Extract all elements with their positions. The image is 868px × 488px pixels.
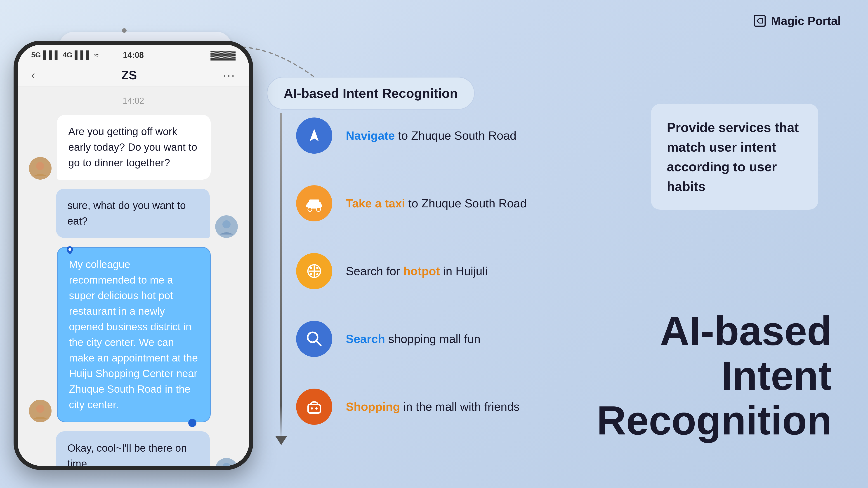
svg-point-19 [311, 408, 313, 410]
phone-frame: 5G ▌▌▌ 4G ▌▌▌ ≈ 14:08 ▓▓▓▓ ‹ ZS ··· 14:0… [13, 41, 253, 470]
svg-rect-4 [309, 199, 319, 203]
svg-line-17 [316, 341, 321, 346]
bubble-outgoing-2: Okay, cool~I'll be there on time. [56, 431, 210, 466]
svg-point-25 [222, 463, 230, 466]
phone-mockup: 5G ▌▌▌ 4G ▌▌▌ ≈ 14:08 ▓▓▓▓ ‹ ZS ··· 14:0… [13, 41, 253, 470]
hotpot-text: Search for hotpot in Huijuli [346, 263, 488, 280]
chat-timestamp-1: 14:02 [29, 96, 238, 106]
svg-point-5 [308, 207, 312, 212]
svg-point-6 [316, 207, 320, 212]
svg-point-14 [310, 273, 312, 275]
intent-item-taxi: Take a taxi to Zhuque South Road [296, 185, 527, 221]
chat-header: ‹ ZS ··· [18, 64, 249, 87]
status-bar: 5G ▌▌▌ 4G ▌▌▌ ≈ 14:08 ▓▓▓▓ [18, 45, 249, 64]
shopping-rest: in the mall with friends [403, 400, 520, 413]
location-pin-top [67, 243, 73, 251]
message-3: My colleague recommended to me a super d… [29, 247, 238, 422]
hotpot-rest: in Huijuli [443, 265, 488, 278]
portal-icon [752, 13, 767, 28]
signal-5g: 5G [31, 51, 41, 59]
chat-contact-name: ZS [121, 68, 137, 82]
intent-item-hotpot: Search for hotpot in Huijuli [296, 253, 527, 289]
bubble-incoming-highlighted: My colleague recommended to me a super d… [57, 247, 211, 422]
big-title: AI-based Intent Recognition [597, 308, 832, 443]
search-text: Search shopping mall fun [346, 331, 480, 347]
avatar-female-1 [29, 157, 52, 180]
search-rest: shopping mall fun [388, 332, 480, 346]
svg-rect-18 [308, 404, 320, 413]
svg-rect-7 [306, 204, 308, 207]
svg-point-24 [68, 248, 71, 251]
shopping-highlight: Shopping [346, 400, 400, 413]
avatar-female-2 [29, 400, 52, 422]
intent-item-search: Search shopping mall fun [296, 321, 527, 357]
message-1: Are you getting off work early today? Do… [29, 115, 238, 180]
bubble-incoming-1: Are you getting off work early today? Do… [57, 115, 211, 180]
battery-indicator: ▓▓▓▓ [211, 50, 236, 60]
taxi-text: Take a taxi to Zhuque South Road [346, 195, 527, 212]
chat-body: 14:02 Are you getting off work early tod… [18, 87, 249, 466]
svg-rect-0 [754, 15, 765, 26]
search-icon-circle [296, 321, 332, 357]
taxi-highlight: Take a taxi [346, 197, 405, 210]
provide-services-bubble: Provide services that match user intent … [651, 104, 818, 210]
big-title-line2: Intent [597, 353, 832, 398]
avatar-male-2 [215, 458, 238, 466]
svg-point-22 [222, 220, 230, 228]
location-dot-bottom [188, 419, 196, 427]
svg-point-12 [310, 267, 312, 269]
taxi-icon-circle [296, 185, 332, 221]
shopping-icon-circle [296, 389, 332, 425]
big-title-line1: AI-based [597, 308, 832, 353]
svg-point-21 [36, 162, 44, 170]
navigate-icon-circle [296, 118, 332, 154]
logo-text: Magic Portal [771, 14, 841, 28]
intent-item-shopping: Shopping in the mall with friends [296, 389, 527, 425]
svg-point-15 [316, 273, 318, 275]
intent-item-navigate: Navigate to Zhuque South Road [296, 118, 527, 154]
avatar-male-1 [215, 215, 238, 238]
timeline-arrow [275, 436, 287, 445]
big-title-line3: Recognition [597, 398, 832, 443]
message-4: Okay, cool~I'll be there on time. [29, 431, 238, 466]
intent-recognition-pill: AI-based Intent Recognition [267, 77, 475, 109]
timeline-line [280, 113, 282, 438]
hotpot-highlight: hotpot [403, 265, 440, 278]
search-highlight: Search [346, 332, 385, 346]
intent-items-list: Navigate to Zhuque South Road Take a tax… [296, 118, 527, 425]
wifi-icon: ≈ [94, 51, 98, 60]
taxi-rest: to Zhuque South Road [408, 197, 527, 210]
status-icons-left: 5G ▌▌▌ 4G ▌▌▌ ≈ [31, 51, 98, 60]
signal-4g: 4G [63, 51, 72, 59]
signal-bars-1: ▌▌▌ [43, 51, 61, 60]
back-button[interactable]: ‹ [31, 68, 35, 82]
svg-point-20 [315, 408, 318, 410]
signal-bars-2: ▌▌▌ [74, 51, 92, 60]
phone-screen: 5G ▌▌▌ 4G ▌▌▌ ≈ 14:08 ▓▓▓▓ ‹ ZS ··· 14:0… [18, 45, 249, 466]
chat-menu-button[interactable]: ··· [223, 68, 236, 82]
bubble-outgoing-1: sure, what do you want to eat? [56, 189, 210, 238]
navigate-highlight: Navigate [346, 129, 395, 142]
logo-area: Magic Portal [752, 13, 841, 28]
status-time: 14:08 [123, 51, 144, 60]
message-2: sure, what do you want to eat? [29, 189, 238, 238]
navigate-text: Navigate to Zhuque South Road [346, 127, 517, 144]
hotpot-prefix: Search for [346, 265, 403, 278]
svg-point-13 [316, 267, 318, 269]
svg-point-23 [36, 404, 44, 413]
svg-rect-8 [320, 204, 322, 207]
navigate-rest: to Zhuque South Road [398, 129, 516, 142]
shopping-text: Shopping in the mall with friends [346, 398, 520, 415]
hotpot-icon-circle [296, 253, 332, 289]
